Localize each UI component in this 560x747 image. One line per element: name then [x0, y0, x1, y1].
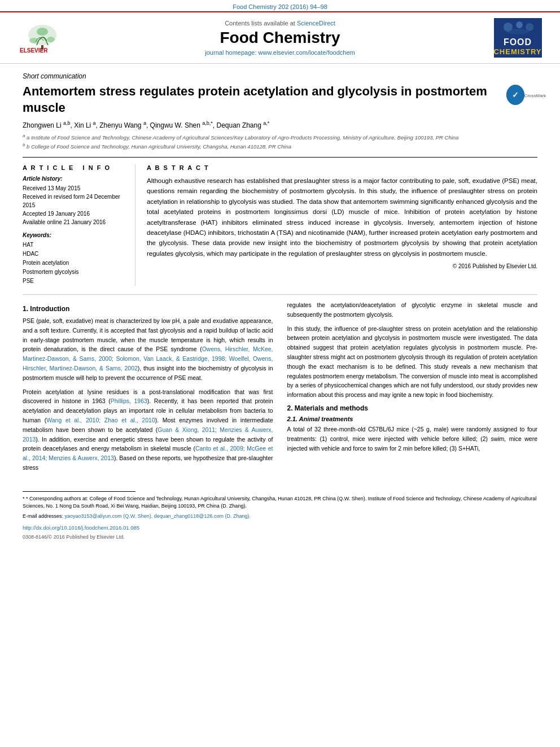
- page: Food Chemistry 202 (2016) 94–98: [0, 0, 560, 541]
- intro-section-title: 1. Introduction: [23, 305, 273, 313]
- article-info-panel: A R T I C L E I N F O Article history: R…: [23, 164, 135, 286]
- intro-para-1: PSE (pale, soft, exudative) meat is char…: [23, 316, 273, 383]
- keyword-protein-acetylation: Protein acetylation: [23, 259, 126, 268]
- main-content: Short communication Antemortem stress re…: [0, 64, 560, 483]
- svg-point-10: [526, 23, 533, 31]
- homepage-label: journal homepage:: [205, 49, 256, 56]
- affiliation-b: b b College of Food Science and Technolo…: [23, 142, 537, 150]
- article-info-abstract: A R T I C L E I N F O Article history: R…: [23, 157, 537, 286]
- affiliations: a a Institute of Food Science and Techno…: [23, 133, 537, 150]
- received-date: Received 13 May 2015: [23, 184, 126, 193]
- email-label: E-mail addresses:: [23, 513, 63, 519]
- email-footnote: E-mail addresses: yaoyao3153@aliyun.com …: [0, 513, 560, 521]
- svg-text:✓: ✓: [512, 90, 519, 99]
- body-right-column: regulates the acetylation/deacetylation …: [287, 300, 538, 477]
- journal-citation-bar: Food Chemistry 202 (2016) 94–98: [0, 0, 560, 11]
- keyword-hat: HAT: [23, 241, 126, 250]
- food-chemistry-logo-area: FOOD CHEMISTRY: [487, 18, 549, 58]
- homepage-url[interactable]: www.elsevier.com/locate/foodchem: [259, 49, 355, 56]
- ref-phillips: Phillips, 1963: [111, 397, 147, 404]
- authors-line: Zhongwen Li a,b, Xin Li a, Zhenyu Wang a…: [23, 120, 537, 129]
- journal-header-center: Contents lists available at ScienceDirec…: [79, 18, 481, 58]
- crossmark-area: ✓ CrossMark: [515, 84, 537, 106]
- ref-wang-zhao: Wang et al., 2010; Zhao et al., 2010: [46, 417, 155, 423]
- sciencedirect-line: Contents lists available at ScienceDirec…: [225, 20, 335, 27]
- ref-canto: Canto et al., 2009; McGee et al., 2014; …: [23, 445, 273, 461]
- author-1: Zhongwen Li a,b: [23, 121, 71, 129]
- logo-image: [497, 19, 539, 35]
- corresponding-authors-footnote: * * Corresponding authors at: College of…: [0, 495, 560, 510]
- keyword-hdac: HDAC: [23, 250, 126, 259]
- abstract-text: Although exhaustive research has establi…: [147, 176, 537, 259]
- keywords-label: Keywords:: [23, 232, 126, 238]
- available-date: Available online 21 January 2016: [23, 218, 126, 226]
- svg-point-3: [29, 38, 38, 43]
- author-2: Xin Li a: [74, 121, 95, 129]
- abstract-panel: A B S T R A C T Although exhaustive rese…: [147, 164, 537, 286]
- issn-line: 0308-8146/© 2016 Published by Elsevier L…: [0, 533, 560, 541]
- intro-para-2: Protein acetylation at lysine residues i…: [23, 387, 273, 473]
- animal-treatments-subtitle: 2.1. Animal treatments: [287, 416, 538, 422]
- svg-point-5: [37, 28, 48, 36]
- right-para-1: regulates the acetylation/deacetylation …: [287, 300, 538, 320]
- ref-guan: Guan & Xiong, 2011; Menzies & Auwerx, 20…: [23, 426, 273, 443]
- keyword-pse: PSE: [23, 277, 126, 286]
- article-type: Short communication: [23, 72, 537, 80]
- elsevier-logo: ELSEVIER: [17, 23, 68, 54]
- journal-homepage: journal homepage: www.elsevier.com/locat…: [205, 49, 355, 56]
- doi-link[interactable]: http://dx.doi.org/10.1016/j.foodchem.201…: [0, 522, 560, 533]
- section-divider: [23, 294, 537, 295]
- author-3: Zhenyu Wang a: [99, 121, 146, 129]
- right-para-2: In this study, the influence of pre-slau…: [287, 324, 538, 400]
- article-info-header: A R T I C L E I N F O: [23, 164, 126, 171]
- history-label: Article history:: [23, 176, 126, 182]
- author-5: Dequan Zhang a,*: [216, 121, 269, 129]
- abstract-header: A B S T R A C T: [147, 164, 537, 171]
- logo-food-word: FOOD: [504, 37, 532, 47]
- animal-treatments-text: A total of 32 three-month-old C57BL/6J m…: [287, 425, 538, 453]
- svg-point-9: [516, 21, 523, 28]
- abstract-copyright: © 2016 Published by Elsevier Ltd.: [147, 263, 537, 269]
- journal-header: ELSEVIER Contents lists available at Sci…: [0, 11, 560, 64]
- food-chemistry-logo: FOOD CHEMISTRY: [494, 18, 542, 58]
- svg-text:ELSEVIER: ELSEVIER: [20, 47, 48, 54]
- svg-point-11: [506, 29, 529, 34]
- journal-title: Food Chemistry: [220, 29, 340, 47]
- body-columns: 1. Introduction PSE (pale, soft, exudati…: [23, 300, 537, 477]
- elsevier-logo-area: ELSEVIER: [11, 18, 73, 58]
- crossmark-label: CrossMark: [524, 93, 546, 98]
- article-title-row: Antemortem stress regulates protein acet…: [23, 84, 537, 116]
- methods-section-title: 2. Materials and methods: [287, 404, 538, 412]
- author-4: Qingwu W. Shen a,b,*: [150, 121, 213, 129]
- footnote-divider: [23, 491, 135, 492]
- crossmark-icon: ✓: [506, 85, 524, 105]
- affiliation-a: a a Institute of Food Science and Techno…: [23, 133, 537, 141]
- accepted-date: Accepted 19 January 2016: [23, 209, 126, 218]
- sciencedirect-text: Contents lists available at: [225, 20, 295, 27]
- sciencedirect-link[interactable]: ScienceDirect: [297, 20, 335, 27]
- email-addresses[interactable]: yaoyao3153@aliyun.com (Q.W. Shen), dequa…: [65, 513, 251, 519]
- svg-point-4: [47, 37, 55, 42]
- journal-citation: Food Chemistry 202 (2016) 94–98: [233, 3, 327, 10]
- keyword-glycolysis: Postmortem glycolysis: [23, 268, 126, 277]
- logo-chemistry-word: CHEMISTRY: [493, 47, 541, 56]
- article-title: Antemortem stress regulates protein acet…: [23, 84, 515, 116]
- revised-date: Received in revised form 24 December 201…: [23, 193, 126, 209]
- body-left-column: 1. Introduction PSE (pale, soft, exudati…: [23, 300, 273, 477]
- ref-owens: Owens, Hirschler, McKee, Martinez-Dawson…: [23, 346, 273, 372]
